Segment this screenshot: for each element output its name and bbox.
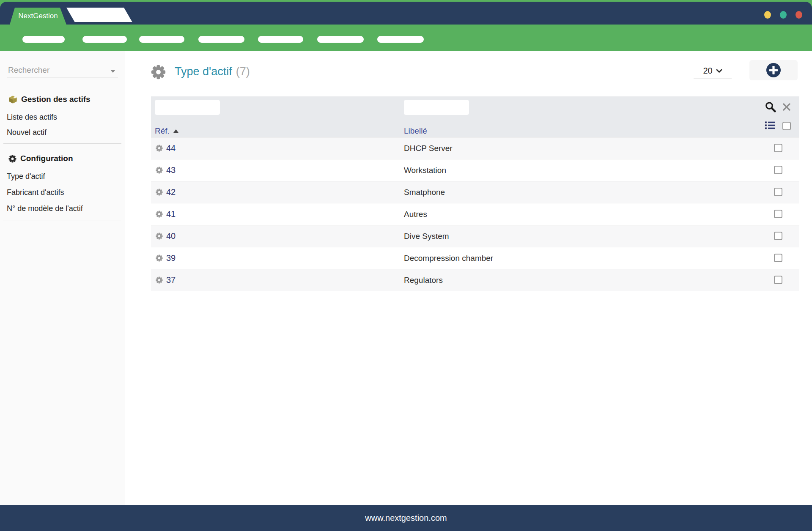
row-label: Autres bbox=[404, 210, 427, 219]
gear-icon[interactable] bbox=[156, 145, 163, 152]
row-checkbox[interactable] bbox=[774, 276, 782, 284]
row-ref-link[interactable]: 37 bbox=[166, 275, 176, 285]
column-label: Libellé bbox=[404, 126, 427, 136]
minimize-dot[interactable] bbox=[764, 11, 771, 19]
footer: www.nextgestion.com bbox=[0, 505, 812, 531]
title-bar: NextGestion bbox=[0, 2, 812, 25]
table-row[interactable]: 42 Smatphone bbox=[151, 181, 799, 203]
row-checkbox[interactable] bbox=[774, 254, 782, 262]
nav-pill[interactable] bbox=[198, 36, 244, 43]
sidebar-item-nouvel-actif[interactable]: Nouvel actif bbox=[7, 126, 47, 138]
column-header-libelle[interactable]: Libellé bbox=[404, 125, 427, 137]
gear-icon[interactable] bbox=[156, 276, 163, 284]
package-box-icon bbox=[8, 95, 17, 104]
row-ref-link[interactable]: 43 bbox=[166, 165, 176, 175]
nav-pill[interactable] bbox=[82, 36, 127, 43]
row-label: Dive System bbox=[404, 232, 449, 241]
list-icon bbox=[765, 121, 775, 129]
nav-pill[interactable] bbox=[22, 36, 65, 43]
table-row[interactable]: 37 Regulators bbox=[151, 269, 799, 291]
sort-asc-icon bbox=[173, 129, 178, 133]
maximize-dot[interactable] bbox=[780, 11, 787, 19]
list-view-button[interactable] bbox=[765, 121, 775, 129]
nav-pill[interactable] bbox=[377, 36, 424, 43]
row-checkbox[interactable] bbox=[774, 166, 782, 174]
close-icon bbox=[782, 102, 791, 112]
table-body: 44 DHCP Server 43 Workstation 42 Smatpho… bbox=[151, 137, 799, 291]
table-row[interactable]: 43 Workstation bbox=[151, 159, 799, 181]
sidebar-item-numero-modele[interactable]: N° de modèle de l'actif bbox=[7, 203, 83, 214]
ref-filter-input[interactable] bbox=[155, 100, 220, 115]
gear-icon bbox=[151, 65, 166, 79]
gear-icon[interactable] bbox=[156, 233, 163, 240]
gear-icon[interactable] bbox=[156, 211, 163, 218]
chevron-down-icon bbox=[110, 70, 115, 73]
table-row[interactable]: 41 Autres bbox=[151, 203, 799, 225]
table-header: Réf. Libellé bbox=[151, 96, 799, 137]
gear-icon[interactable] bbox=[156, 167, 163, 174]
add-button[interactable] bbox=[749, 60, 798, 80]
nav-pill[interactable] bbox=[139, 36, 184, 43]
row-label: Decompression chamber bbox=[404, 254, 493, 263]
sidebar-item-type-dactif[interactable]: Type d'actif bbox=[7, 170, 45, 182]
section-title: Gestion des actifs bbox=[21, 95, 91, 104]
page-title-text: Type d'actif bbox=[175, 65, 232, 78]
search-placeholder: Rechercher bbox=[7, 64, 118, 77]
page-size-select[interactable]: 20 bbox=[694, 63, 732, 79]
sidebar-section-configuration: Configuration bbox=[8, 153, 73, 164]
nav-pill[interactable] bbox=[258, 36, 303, 43]
libelle-filter-input[interactable] bbox=[404, 100, 469, 115]
row-label: DHCP Server bbox=[404, 144, 453, 153]
row-ref-link[interactable]: 44 bbox=[166, 143, 176, 153]
footer-website-link[interactable]: www.nextgestion.com bbox=[0, 505, 812, 531]
divider bbox=[3, 143, 121, 144]
row-ref-link[interactable]: 41 bbox=[166, 209, 176, 219]
row-ref-link[interactable]: 40 bbox=[166, 231, 176, 241]
table-row[interactable]: 40 Dive System bbox=[151, 225, 799, 247]
app-window: NextGestion Rechercher Gestion des bbox=[0, 0, 812, 531]
window-chrome: NextGestion bbox=[0, 0, 812, 51]
nav-pill[interactable] bbox=[317, 36, 364, 43]
chevron-down-icon bbox=[716, 69, 722, 73]
close-dot[interactable] bbox=[796, 11, 802, 19]
row-checkbox[interactable] bbox=[774, 232, 782, 240]
sidebar: Rechercher Gestion des actifs Liste des … bbox=[0, 51, 125, 505]
search-icon bbox=[764, 101, 776, 113]
table-row[interactable]: 39 Decompression chamber bbox=[151, 247, 799, 269]
gear-icon[interactable] bbox=[156, 189, 163, 196]
main-content: Type d'actif(7) 20 bbox=[126, 51, 812, 505]
gear-icon bbox=[8, 155, 16, 163]
sidebar-item-liste-des-actifs[interactable]: Liste des actifs bbox=[7, 111, 57, 123]
plus-icon bbox=[766, 63, 781, 78]
gear-icon[interactable] bbox=[156, 255, 163, 262]
page-size-value: 20 bbox=[703, 66, 712, 76]
divider bbox=[3, 221, 121, 221]
row-ref-link[interactable]: 42 bbox=[166, 187, 176, 197]
select-all-checkbox[interactable] bbox=[782, 122, 791, 130]
record-count: (7) bbox=[236, 65, 250, 78]
row-checkbox[interactable] bbox=[774, 210, 782, 218]
sidebar-item-fabricant-dactifs[interactable]: Fabricant d'actifs bbox=[7, 186, 64, 198]
row-ref-link[interactable]: 39 bbox=[166, 253, 176, 263]
row-checkbox[interactable] bbox=[774, 188, 782, 196]
column-label: Réf. bbox=[155, 126, 170, 136]
row-label: Workstation bbox=[404, 166, 446, 175]
page-title: Type d'actif(7) bbox=[175, 65, 250, 78]
column-header-ref[interactable]: Réf. bbox=[155, 125, 178, 137]
nav-placeholder-bar bbox=[0, 36, 812, 43]
row-checkbox[interactable] bbox=[774, 144, 782, 152]
blank-tab[interactable] bbox=[66, 8, 132, 22]
sidebar-section-assets: Gestion des actifs bbox=[8, 93, 91, 105]
brand-label: NextGestion bbox=[18, 12, 58, 20]
asset-type-table: Réf. Libellé bbox=[151, 96, 799, 291]
section-title: Configuration bbox=[20, 154, 73, 163]
row-label: Smatphone bbox=[404, 188, 445, 197]
table-row[interactable]: 44 DHCP Server bbox=[151, 137, 799, 159]
brand-tab[interactable]: NextGestion bbox=[10, 8, 66, 25]
row-label: Regulators bbox=[404, 276, 443, 285]
sidebar-search-select[interactable]: Rechercher bbox=[7, 64, 118, 77]
clear-search-button[interactable] bbox=[782, 102, 791, 112]
search-button[interactable] bbox=[764, 101, 776, 113]
